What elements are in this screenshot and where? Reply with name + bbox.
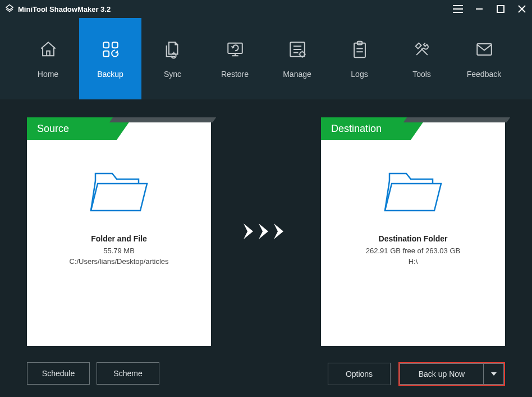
folder-icon (85, 167, 153, 217)
close-button[interactable] (516, 3, 528, 15)
nav-feedback[interactable]: Feedback (453, 18, 515, 99)
nav-backup-label: Backup (97, 70, 123, 79)
schedule-button[interactable]: Schedule (27, 362, 90, 385)
maximize-button[interactable] (495, 3, 506, 15)
nav-sync[interactable]: Sync (141, 18, 204, 99)
footer-right: Options Back up Now (328, 362, 505, 386)
nav-manage[interactable]: Manage (266, 18, 328, 99)
app-logo-icon (4, 4, 15, 14)
footer-left: Schedule Scheme (27, 362, 159, 386)
folder-icon (379, 167, 447, 217)
content-area: Source Folder and File 55.79 MB C:/Users… (0, 99, 532, 397)
restore-icon (225, 39, 245, 60)
arrows-icon (241, 221, 291, 241)
options-button[interactable]: Options (328, 363, 391, 385)
titlebar: MiniTool ShadowMaker 3.2 (0, 0, 532, 18)
menu-icon[interactable] (452, 3, 464, 15)
source-card-header: Source (27, 117, 211, 140)
nav-feedback-label: Feedback (467, 70, 501, 79)
nav-tools-label: Tools (412, 70, 431, 79)
destination-path: H:\ (409, 257, 418, 266)
backup-dropdown-button[interactable] (484, 363, 504, 385)
main-nav: Home Backup Sync (0, 18, 532, 99)
svg-rect-2 (112, 42, 117, 48)
feedback-icon (474, 39, 494, 60)
svg-rect-1 (103, 42, 109, 48)
destination-title: Destination Folder (379, 234, 448, 243)
destination-card[interactable]: Destination Destination Folder 262.91 GB… (321, 117, 505, 346)
svg-rect-9 (477, 44, 492, 55)
backup-icon (100, 39, 121, 60)
nav-restore-label: Restore (221, 70, 249, 79)
source-header-label: Source (27, 117, 211, 140)
nav-tools[interactable]: Tools (391, 18, 453, 99)
window-controls (452, 3, 528, 15)
source-card[interactable]: Source Folder and File 55.79 MB C:/Users… (27, 117, 211, 346)
nav-sync-label: Sync (164, 70, 181, 79)
cards-row: Source Folder and File 55.79 MB C:/Users… (27, 116, 505, 346)
nav-logs-label: Logs (351, 70, 368, 79)
scheme-button[interactable]: Scheme (97, 362, 159, 385)
footer-buttons: Schedule Scheme Options Back up Now (27, 362, 505, 386)
logs-icon (350, 39, 370, 60)
manage-icon (287, 39, 308, 60)
nav-home[interactable]: Home (17, 18, 79, 99)
backup-now-group: Back up Now (398, 362, 505, 386)
nav-home-label: Home (38, 70, 58, 79)
source-title: Folder and File (91, 234, 147, 243)
destination-card-header: Destination (321, 117, 505, 140)
svg-rect-3 (103, 51, 109, 56)
backup-now-button[interactable]: Back up Now (400, 363, 484, 385)
sync-icon (163, 39, 183, 60)
source-size: 55.79 MB (103, 247, 135, 255)
tools-icon (412, 39, 432, 60)
destination-space: 262.91 GB free of 263.03 GB (366, 247, 460, 255)
nav-backup[interactable]: Backup (79, 18, 141, 99)
minimize-button[interactable] (474, 3, 485, 15)
source-path: C:/Users/lians/Desktop/articles (70, 257, 169, 266)
svg-rect-0 (497, 6, 504, 12)
nav-manage-label: Manage (283, 70, 311, 79)
nav-logs[interactable]: Logs (328, 18, 391, 99)
app-title: MiniTool ShadowMaker 3.2 (18, 5, 452, 13)
destination-card-body: Destination Folder 262.91 GB free of 263… (321, 140, 505, 268)
source-card-body: Folder and File 55.79 MB C:/Users/lians/… (27, 140, 211, 268)
svg-point-6 (300, 52, 305, 57)
nav-restore[interactable]: Restore (204, 18, 266, 99)
home-icon (38, 39, 58, 60)
destination-header-label: Destination (321, 117, 505, 140)
